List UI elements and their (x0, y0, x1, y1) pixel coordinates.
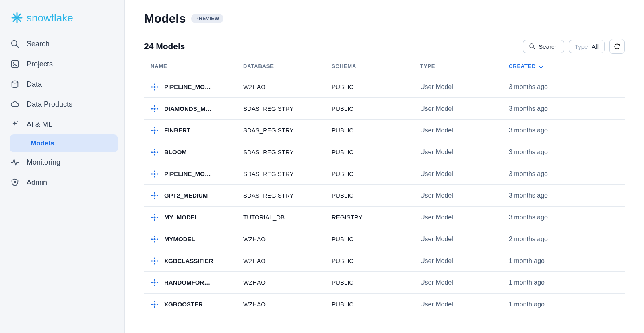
shield-icon (10, 178, 19, 187)
sidebar-item-label: AI & ML (27, 120, 52, 129)
cell-name: GPT2_MEDIUM (151, 192, 243, 200)
sidebar-item-label: Monitoring (27, 158, 60, 167)
model-icon (151, 235, 159, 243)
model-name-text: XGBCLASSIFIER (164, 257, 213, 264)
page-header: Models PREVIEW (144, 12, 625, 25)
cell-schema: PUBLIC (332, 170, 420, 177)
model-name-text: MYMODEL (164, 236, 195, 242)
cell-database: SDAS_REGISTRY (243, 170, 332, 177)
model-name-text: BLOOM (164, 149, 187, 155)
cell-name: XGBCLASSIFIER (151, 257, 243, 265)
model-name-text: PIPELINE_MO… (164, 83, 211, 90)
model-name-text: RANDOMFOR… (164, 279, 210, 286)
cell-schema: PUBLIC (332, 301, 420, 308)
cell-created: 2 months ago (509, 236, 618, 243)
cell-type: User Model (420, 127, 509, 134)
sidebar-item-ai-ml[interactable]: AI & ML (5, 114, 120, 134)
table-row[interactable]: BLOOM SDAS_REGISTRY PUBLIC User Model 3 … (144, 141, 625, 163)
model-icon (151, 148, 159, 156)
sparkle-icon (10, 120, 19, 129)
cell-database: SDAS_REGISTRY (243, 105, 332, 112)
col-name[interactable]: NAME (151, 63, 243, 69)
model-name-text: MY_MODEL (164, 214, 198, 221)
type-filter-prefix: Type (575, 43, 588, 50)
sidebar-item-monitoring[interactable]: Monitoring (5, 152, 120, 172)
cell-created: 1 month ago (509, 257, 618, 265)
cell-database: WZHAO (243, 83, 332, 90)
table-row[interactable]: MY_MODEL TUTORIAL_DB REGISTRY User Model… (144, 207, 625, 228)
col-type[interactable]: TYPE (420, 63, 509, 69)
cell-type: User Model (420, 83, 509, 91)
model-icon (151, 257, 159, 265)
cell-type: User Model (420, 170, 509, 178)
model-name-text: FINBERT (164, 127, 190, 134)
sidebar-item-search[interactable]: Search (5, 34, 120, 54)
table-row[interactable]: XGBOOSTER WZHAO PUBLIC User Model 1 mont… (144, 294, 625, 315)
sidebar-item-data[interactable]: Data (5, 74, 120, 94)
table-row[interactable]: RANDOMFOR… WZHAO PUBLIC User Model 1 mon… (144, 272, 625, 294)
preview-badge: PREVIEW (191, 14, 223, 23)
sidebar-subitem-models[interactable]: Models (10, 134, 118, 152)
brand-name: snowflake (27, 12, 73, 24)
cell-name: DIAMONDS_M… (151, 105, 243, 113)
type-filter-button[interactable]: Type All (569, 40, 605, 53)
model-icon (151, 300, 159, 308)
sidebar-item-label: Admin (27, 178, 47, 187)
cell-type: User Model (420, 257, 509, 265)
table-row[interactable]: FINBERT SDAS_REGISTRY PUBLIC User Model … (144, 120, 625, 141)
table-row[interactable]: MYMODEL WZHAO PUBLIC User Model 2 months… (144, 228, 625, 250)
refresh-button[interactable] (609, 39, 625, 54)
sidebar-nav: SearchProjectsDataData ProductsAI & MLMo… (5, 34, 120, 192)
cell-created: 3 months ago (509, 149, 618, 156)
data-icon (10, 80, 19, 89)
table-row[interactable]: GPT2_MEDIUM SDAS_REGISTRY PUBLIC User Mo… (144, 185, 625, 207)
model-icon (151, 126, 159, 134)
model-icon (151, 105, 159, 113)
cell-created: 3 months ago (509, 170, 618, 178)
col-created-label: CREATED (509, 63, 536, 69)
cell-schema: PUBLIC (332, 257, 420, 264)
sidebar-item-data-products[interactable]: Data Products (5, 94, 120, 114)
table-row[interactable]: DIAMONDS_M… SDAS_REGISTRY PUBLIC User Mo… (144, 98, 625, 120)
sort-desc-icon (538, 64, 544, 69)
brand-logo[interactable]: snowflake (5, 8, 120, 34)
cell-database: TUTORIAL_DB (243, 214, 332, 221)
cell-name: RANDOMFOR… (151, 279, 243, 287)
model-icon (151, 279, 159, 287)
search-icon (10, 39, 19, 48)
model-name-text: GPT2_MEDIUM (164, 192, 208, 199)
cell-schema: PUBLIC (332, 279, 420, 286)
cell-created: 1 month ago (509, 301, 618, 308)
model-count: 24 Models (144, 41, 185, 51)
model-icon (151, 213, 159, 221)
col-schema[interactable]: SCHEMA (332, 63, 420, 69)
search-button[interactable]: Search (523, 40, 564, 53)
sidebar-item-admin[interactable]: Admin (5, 172, 120, 192)
cell-schema: PUBLIC (332, 236, 420, 242)
cell-type: User Model (420, 192, 509, 199)
cell-type: User Model (420, 301, 509, 308)
sidebar-item-projects[interactable]: Projects (5, 54, 120, 74)
col-database[interactable]: DATABASE (243, 63, 332, 69)
sidebar: snowflake SearchProjectsDataData Product… (0, 0, 125, 333)
cell-type: User Model (420, 279, 509, 286)
cell-schema: PUBLIC (332, 83, 420, 90)
table-row[interactable]: PIPELINE_MO… WZHAO PUBLIC User Model 3 m… (144, 76, 625, 98)
activity-icon (10, 158, 19, 167)
cell-database: WZHAO (243, 301, 332, 308)
cell-database: SDAS_REGISTRY (243, 149, 332, 155)
model-name-text: XGBOOSTER (164, 301, 203, 308)
col-created[interactable]: CREATED (509, 63, 618, 69)
cell-name: PIPELINE_MO… (151, 170, 243, 178)
cell-name: MYMODEL (151, 235, 243, 243)
cell-schema: PUBLIC (332, 105, 420, 112)
model-name-text: PIPELINE_MO… (164, 170, 211, 177)
toolbar: 24 Models Search Type All (144, 39, 625, 54)
sidebar-item-label: Projects (27, 60, 53, 68)
cell-database: SDAS_REGISTRY (243, 127, 332, 134)
table-row[interactable]: XGBCLASSIFIER WZHAO PUBLIC User Model 1 … (144, 250, 625, 272)
table-body: PIPELINE_MO… WZHAO PUBLIC User Model 3 m… (144, 76, 625, 315)
cell-database: SDAS_REGISTRY (243, 192, 332, 199)
cell-name: FINBERT (151, 126, 243, 134)
table-row[interactable]: PIPELINE_MO… SDAS_REGISTRY PUBLIC User M… (144, 163, 625, 185)
